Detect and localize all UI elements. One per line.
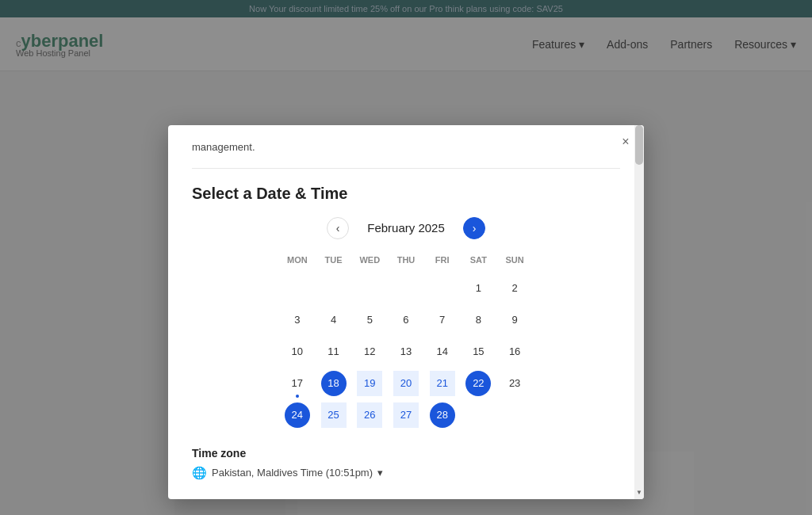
calendar-title: Select a Date & Time [192, 185, 347, 203]
modal-description: management. [192, 139, 620, 169]
scrollbar-arrow-down[interactable]: ▼ [634, 486, 644, 499]
timezone-text: Pakistan, Maldives Time (10:51pm) [212, 467, 373, 479]
day-empty: 0 [424, 273, 461, 304]
day-6[interactable]: 6 [388, 304, 424, 336]
day-19[interactable]: 19 [351, 368, 388, 399]
day-1[interactable]: 1 [461, 273, 497, 304]
day-21[interactable]: 21 [424, 368, 461, 399]
col-tue: TUE [316, 252, 352, 273]
day-26[interactable]: 26 [351, 399, 388, 431]
day-10[interactable]: 10 [279, 336, 316, 368]
day-13[interactable]: 13 [388, 336, 424, 368]
calendar-week-4: 17 18 19 20 21 22 23 [279, 368, 533, 399]
col-sun: SUN [496, 252, 533, 273]
calendar-header: MON TUE WED THU FRI SAT SUN [279, 252, 533, 273]
calendar-nav: ‹ February 2025 › [327, 217, 485, 239]
col-wed: WED [351, 252, 388, 273]
scrollbar-thumb[interactable] [635, 125, 643, 165]
day-28[interactable]: 28 [424, 399, 461, 431]
calendar-section: Select a Date & Time ‹ February 2025 › M… [192, 185, 620, 480]
day-4[interactable]: 4 [316, 304, 352, 336]
modal-scrollbar[interactable]: ▲ ▼ [634, 125, 644, 499]
day-14[interactable]: 14 [424, 336, 461, 368]
timezone-dropdown-icon: ▾ [377, 467, 383, 479]
calendar-week-2: 3 4 5 6 7 8 9 [279, 304, 533, 336]
month-label: February 2025 [358, 221, 454, 235]
day-2[interactable]: 2 [496, 273, 533, 304]
day-16[interactable]: 16 [496, 336, 533, 368]
globe-icon: 🌐 [192, 466, 207, 480]
day-empty: 0 [496, 399, 533, 431]
timezone-value[interactable]: 🌐 Pakistan, Maldives Time (10:51pm) ▾ [192, 466, 446, 480]
day-22[interactable]: 22 [461, 368, 497, 399]
day-27[interactable]: 27 [388, 399, 424, 431]
day-empty: 0 [461, 399, 497, 431]
prev-month-button[interactable]: ‹ [327, 217, 349, 239]
next-month-button[interactable]: › [463, 217, 485, 239]
day-11[interactable]: 11 [316, 336, 352, 368]
day-12[interactable]: 12 [351, 336, 388, 368]
calendar-week-3: 10 11 12 13 14 15 16 [279, 336, 533, 368]
day-empty: 0 [351, 273, 388, 304]
day-15[interactable]: 15 [461, 336, 497, 368]
timezone-label: Time zone [192, 447, 446, 460]
col-mon: MON [279, 252, 316, 273]
calendar-week-1: 0 0 0 0 0 1 2 [279, 273, 533, 304]
day-empty: 0 [316, 273, 352, 304]
calendar-body: 0 0 0 0 0 1 2 3 4 5 6 7 [279, 273, 533, 431]
col-thu: THU [388, 252, 424, 273]
col-sat: SAT [461, 252, 497, 273]
day-23[interactable]: 23 [496, 368, 533, 399]
calendar-week-5: 24 25 26 27 28 0 0 [279, 399, 533, 431]
day-7[interactable]: 7 [424, 304, 461, 336]
col-fri: FRI [424, 252, 461, 273]
timezone-section: Time zone 🌐 Pakistan, Maldives Time (10:… [192, 447, 446, 480]
day-3[interactable]: 3 [279, 304, 316, 336]
day-20[interactable]: 20 [388, 368, 424, 399]
modal-close-button[interactable]: × [617, 133, 634, 151]
day-empty: 0 [388, 273, 424, 304]
day-18[interactable]: 18 [316, 368, 352, 399]
day-5[interactable]: 5 [351, 304, 388, 336]
day-25[interactable]: 25 [316, 399, 352, 431]
day-24[interactable]: 24 [279, 399, 316, 431]
day-17[interactable]: 17 [279, 368, 316, 399]
calendar-grid: MON TUE WED THU FRI SAT SUN 0 0 0 [279, 252, 533, 431]
date-time-modal: × management. Select a Date & Time ‹ Feb… [168, 125, 644, 499]
day-8[interactable]: 8 [461, 304, 497, 336]
modal-body: management. Select a Date & Time ‹ Febru… [168, 125, 644, 499]
day-empty: 0 [279, 273, 316, 304]
day-9[interactable]: 9 [496, 304, 533, 336]
